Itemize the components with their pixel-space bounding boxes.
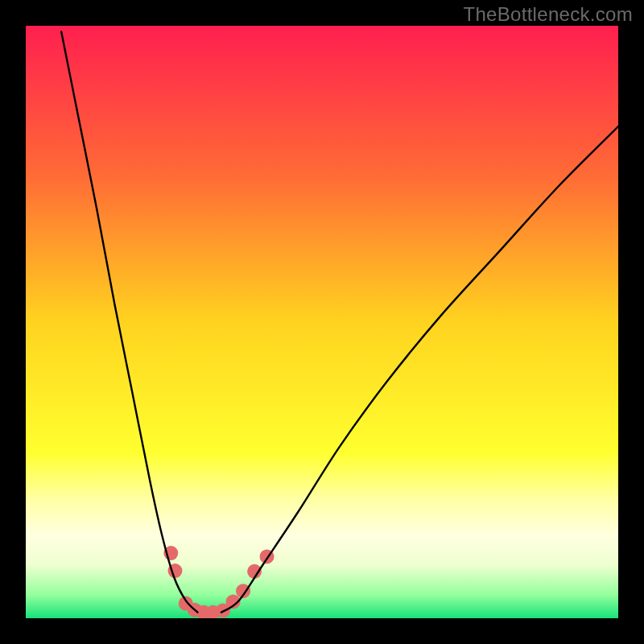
chart-background [26, 26, 618, 618]
plot-area [26, 26, 618, 618]
chart-svg [26, 26, 618, 618]
chart-frame: TheBottleneck.com [0, 0, 644, 644]
watermark-text: TheBottleneck.com [463, 3, 633, 26]
